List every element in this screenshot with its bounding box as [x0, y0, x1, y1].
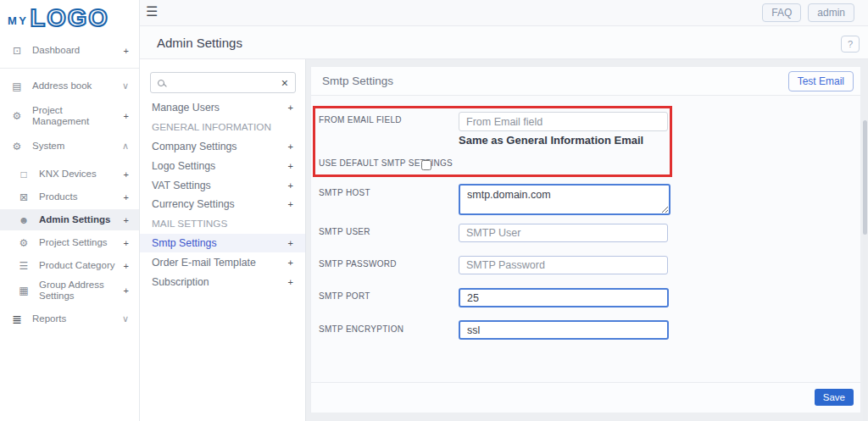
sidebar-item-products[interactable]: ⊠ Products +: [0, 186, 139, 208]
smtp-user-label: SMTP USER: [319, 227, 370, 236]
project-settings-icon: ⚙: [17, 237, 31, 249]
page-title: Admin Settings: [157, 36, 242, 50]
test-email-button[interactable]: Test Email: [788, 71, 854, 91]
sidebar-divider: [0, 68, 139, 69]
product-category-icon: ☰: [17, 260, 31, 272]
sidebar-item-system[interactable]: ⚙ System ∧: [0, 136, 139, 157]
dashboard-icon: ⊡: [10, 45, 24, 57]
sidebar-item-address-book[interactable]: ▤ Address book ∨: [0, 75, 139, 97]
search-icon: [158, 80, 164, 86]
settings-menu-panel: × Manage Users + GENERAL INFORMATION Com…: [140, 59, 306, 421]
reports-icon: ≣: [10, 313, 24, 326]
menu-item-general-information[interactable]: GENERAL INFORMATION: [140, 118, 305, 137]
title-bar: Admin Settings ?: [140, 26, 868, 59]
smtp-host-input[interactable]: smtp.domain.com: [459, 184, 670, 215]
expand-plus-icon: +: [124, 111, 129, 121]
panel-footer: Save: [311, 382, 860, 413]
expand-plus-icon: +: [124, 238, 129, 248]
settings-search-box: ×: [150, 72, 296, 93]
chevron-down-icon: ∨: [122, 313, 129, 324]
brand-prefix: MY: [8, 14, 29, 27]
menu-item-subscription[interactable]: Subscription +: [140, 272, 305, 291]
clear-search-icon[interactable]: ×: [281, 77, 288, 89]
smtp-settings-panel: Smtp Settings Test Email FROM EMAIL FIEL…: [310, 66, 861, 413]
smtp-password-label: SMTP PASSWORD: [319, 259, 397, 269]
expand-plus-icon: +: [288, 102, 293, 113]
products-icon: ⊠: [17, 191, 31, 203]
top-actions: FAQ admin: [762, 3, 854, 22]
menu-item-logo-settings[interactable]: Logo Settings +: [140, 156, 305, 175]
top-bar: ☰ FAQ admin: [140, 0, 868, 26]
expand-plus-icon: +: [124, 192, 129, 202]
menu-item-order-e-mail-template[interactable]: Order E-mail Template +: [140, 252, 305, 272]
sidebar-item-admin-settings[interactable]: ☻ Admin Settings +: [0, 209, 139, 230]
expand-plus-icon: +: [288, 199, 293, 209]
help-button[interactable]: ?: [841, 36, 860, 53]
settings-menu-list: Manage Users + GENERAL INFORMATION Compa…: [140, 98, 305, 291]
menu-item-company-settings[interactable]: Company Settings +: [140, 137, 305, 157]
brand-name: LOGO: [31, 4, 109, 32]
sidebar-item-project-settings[interactable]: ⚙ Project Settings +: [0, 232, 139, 253]
smtp-port-input[interactable]: [459, 288, 669, 307]
smtp-password-input[interactable]: [459, 256, 668, 274]
sidebar-item-group-address-settings[interactable]: ▦ Group Address Settings +: [0, 278, 139, 303]
smtp-port-label: SMTP PORT: [319, 291, 370, 301]
left-sidebar: MY LOGO ⊡ Dashboard + ▤ Address book ∨ ⚙…: [0, 0, 140, 421]
panel-header: Smtp Settings Test Email: [311, 67, 860, 96]
brand-logo[interactable]: MY LOGO: [0, 0, 139, 36]
from-email-input[interactable]: [459, 112, 668, 131]
use-default-smtp-checkbox[interactable]: [421, 160, 431, 170]
expand-plus-icon: +: [288, 238, 293, 248]
knx-devices-icon: □: [17, 169, 31, 180]
content-area: × Manage Users + GENERAL INFORMATION Com…: [140, 59, 868, 421]
page-scrollbar: [863, 120, 867, 421]
use-default-smtp-label: USE DEFAULT SMTP SETTINGS: [319, 158, 453, 168]
expand-plus-icon: +: [288, 180, 293, 191]
expand-plus-icon: +: [124, 169, 129, 180]
scrollbar-thumb[interactable]: [863, 120, 867, 235]
menu-item-smtp-settings[interactable]: Smtp Settings +: [140, 234, 305, 253]
sidebar-item-product-category[interactable]: ☰ Product Category +: [0, 255, 139, 276]
expand-plus-icon: +: [124, 46, 129, 56]
project-management-icon: ⚙: [10, 110, 24, 122]
menu-item-mail-settings[interactable]: MAIL SETTINGS: [140, 214, 305, 234]
address-book-icon: ▤: [10, 80, 24, 92]
panel-title: Smtp Settings: [322, 75, 393, 87]
smtp-encryption-input[interactable]: [459, 320, 669, 340]
from-email-label: FROM EMAIL FIELD: [319, 115, 402, 125]
sidebar-item-reports[interactable]: ≣ Reports ∨: [0, 308, 139, 330]
smtp-host-label: SMTP HOST: [319, 188, 370, 197]
smtp-user-input[interactable]: [459, 224, 668, 242]
expand-plus-icon: +: [124, 285, 129, 296]
expand-plus-icon: +: [288, 161, 293, 171]
sidebar-item-dashboard[interactable]: ⊡ Dashboard +: [0, 40, 139, 61]
menu-item-manage-users[interactable]: Manage Users +: [140, 98, 305, 118]
expand-plus-icon: +: [288, 258, 293, 268]
chevron-up-icon: ∧: [122, 141, 129, 152]
chevron-down-icon: ∨: [122, 80, 129, 91]
save-button[interactable]: Save: [815, 389, 854, 406]
user-menu-button[interactable]: admin: [808, 3, 854, 22]
menu-item-currency-settings[interactable]: Currency Settings +: [140, 195, 305, 214]
sidebar-nav: ⊡ Dashboard + ▤ Address book ∨ ⚙ Project…: [0, 36, 139, 330]
app-window: MY LOGO ⊡ Dashboard + ▤ Address book ∨ ⚙…: [0, 0, 868, 421]
hamburger-menu-icon[interactable]: ☰: [146, 3, 158, 19]
smtp-encryption-label: SMTP ENCRYPTION: [319, 324, 403, 334]
menu-item-vat-settings[interactable]: VAT Settings +: [140, 175, 305, 195]
system-icon: ⚙: [10, 141, 24, 152]
sidebar-item-project-management[interactable]: ⚙ Project Management +: [0, 103, 139, 129]
settings-search-input[interactable]: [170, 77, 281, 89]
expand-plus-icon: +: [124, 215, 129, 225]
faq-button[interactable]: FAQ: [762, 3, 801, 22]
group-address-icon: ▦: [17, 285, 31, 296]
expand-plus-icon: +: [288, 141, 293, 152]
from-email-help-text: Same as General Information Email: [459, 134, 643, 147]
expand-plus-icon: +: [124, 261, 129, 271]
sidebar-item-knx-devices[interactable]: □ KNX Devices +: [0, 163, 139, 185]
expand-plus-icon: +: [288, 277, 293, 287]
admin-settings-icon: ☻: [17, 214, 31, 226]
